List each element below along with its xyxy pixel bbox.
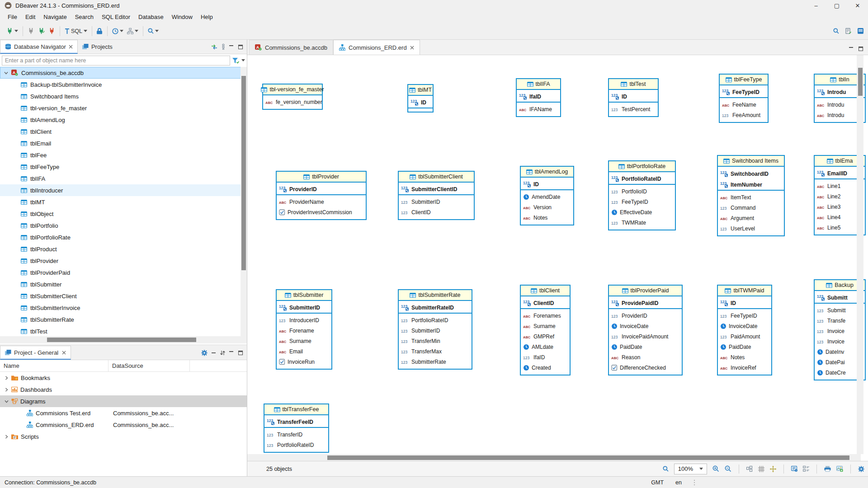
erd-table-tblamendlog[interactable]: tblAmendLog123IDAmendDateABCVersionABCNo… [520,166,574,225]
erd-field-portfoliorateid[interactable]: 123PortfolioRateID [399,315,472,325]
menu-database[interactable]: Database [134,12,168,22]
erd-field-id[interactable]: 123ID [718,298,771,309]
erd-field-surname[interactable]: ABCSurname [277,336,331,346]
erd-table-header[interactable]: tblSubmitter [277,290,331,301]
minus-icon[interactable] [212,351,216,355]
erd-field-portfoliorateid[interactable]: 123PortfolioRateID [264,440,328,450]
erd-table-tblclient[interactable]: tblClient123ClientIDABCForenamesABCSurna… [520,285,571,375]
object-filter-input[interactable] [2,56,230,66]
erd-table-tblsubmitter[interactable]: tblSubmitter123SubmitterID123IntroducerI… [276,289,332,370]
menu-window[interactable]: Window [168,12,197,22]
erd-field-ifaname[interactable]: ABCIFAName [517,104,560,114]
tree-item-tblifa[interactable]: tblIFA [0,173,247,184]
window-blue-icon[interactable] [858,28,863,34]
dropdown-caret-icon[interactable] [84,30,87,33]
tree-item-tblproduct[interactable]: tblProduct [0,243,247,255]
erd-table-header[interactable]: tblProvider [277,172,366,183]
erd-table-tblsubmitterrate[interactable]: tblSubmitterRate123SubmitterRateID123Por… [398,289,472,370]
erd-table-tblfeetype[interactable]: tblFeeType123FeeTypeIDABCFeeName123FeeAm… [719,74,769,123]
erd-table-tbltwmpaid[interactable]: tblTWMPaid123ID123FeeTypeIDInvoiceDate12… [717,285,772,375]
erd-table-tbltransferfee[interactable]: tblTransferFee123TransferFeeID123Transfe… [264,404,329,453]
erd-field-userlevel[interactable]: 123UserLevel [718,223,784,234]
erd-field-switchboardid[interactable]: 123SwitchboardID [718,168,784,179]
erd-field-amldate[interactable]: AMLdate [521,342,570,352]
tree-item-tblprovider[interactable]: tblProvider [0,255,247,267]
network-button[interactable] [125,26,140,36]
erd-field-transfermax[interactable]: 123TransferMax [399,346,472,357]
erd-table-header[interactable]: tblTransferFee [264,404,328,415]
tree-item-commissions-be-accdb[interactable]: ACommissions_be.accdb [0,67,247,79]
erd-table-tbl-version-fe-master[interactable]: tbl-version_fe_masterABCfe_version_numbe… [262,84,323,110]
erd-field-submitterid[interactable]: 123SubmitterID [399,197,474,207]
dropdown-caret-icon[interactable] [120,30,123,33]
erd-table-header[interactable]: Switchboard Items [718,156,784,167]
erd-field-introducerid[interactable]: 123IntroducerID [277,315,331,325]
erd-field-transferfeeid[interactable]: 123TransferFeeID [264,417,328,428]
erd-field-differencechecked[interactable]: DifferenceChecked [609,362,682,373]
erd-table-switchboard-items[interactable]: Switchboard Items123SwitchboardID123Item… [717,155,785,236]
transaction-button[interactable] [110,26,125,36]
filter-dropdown-icon[interactable] [241,59,245,62]
tree-item-switchboard-items[interactable]: Switchboard Items [0,90,247,102]
erd-field-email[interactable]: ABCEmail [277,346,331,357]
project-item-bookmarks[interactable]: Bookmarks [0,372,247,384]
erd-field-ifaid[interactable]: 123IfaID [517,91,560,103]
erd-table-tblprovider[interactable]: tblProvider123ProviderIDABCProviderNameP… [276,171,367,220]
erd-field-amenddate[interactable]: AmendDate [521,192,573,202]
erd-field-submitterclientid[interactable]: 123SubmitterClientID [399,184,474,195]
tree-item-tblclient[interactable]: tblClient [0,126,247,137]
tree-item-tblamendlog[interactable]: tblAmendLog [0,114,247,126]
erd-field-notes[interactable]: ABCNotes [718,352,771,362]
project-item-dashboards[interactable]: Dashboards [0,384,247,395]
project-item-diagrams[interactable]: Diagrams [0,395,247,407]
tree-item-tblmt[interactable]: tblMT [0,196,247,208]
erd-field-invoicedate[interactable]: InvoiceDate [609,321,682,331]
save-image-icon[interactable] [836,466,843,472]
tree-item-tblportfolio[interactable]: tblPortfolio [0,220,247,231]
close-icon[interactable] [69,45,73,49]
erd-table-tbltest[interactable]: tblTest123ID123TestPercent [608,78,659,117]
collapse-all-icon[interactable] [222,44,225,50]
erd-field-submitterrateid[interactable]: 123SubmitterRateID [399,302,472,314]
maximize-icon[interactable] [859,47,863,51]
expander-icon[interactable] [5,435,9,439]
erd-field-portfoliorateid[interactable]: 123PortfolioRateID [609,174,675,185]
tree-item-backup-tblsubmitterinvoice[interactable]: Backup-tblSubmitterInvoice [0,79,247,90]
menu-file[interactable]: File [4,12,21,22]
erd-field-id[interactable]: 123ID [609,91,658,103]
erd-field-itemnumber[interactable]: 123ItemNumber [718,179,784,191]
diagram-list-icon[interactable] [803,466,809,472]
erd-table-tblsubmitterclient[interactable]: tblSubmitterClient123SubmitterClientID12… [398,171,475,220]
erd-table-header[interactable]: tblIFA [517,79,560,90]
maximize-icon[interactable] [238,45,243,49]
minimize-icon[interactable] [849,47,854,51]
language-indicator[interactable]: en [675,479,682,486]
erd-field-transferid[interactable]: 123TransferID [264,429,328,440]
filter-funnel-icon[interactable] [232,58,239,64]
erd-field-version[interactable]: ABCVersion [521,202,573,212]
dropdown-caret-icon[interactable] [14,30,18,33]
close-button[interactable]: ✕ [847,0,868,11]
link-editor-icon[interactable] [211,44,217,50]
erd-table-tblportfoliorate[interactable]: tblPortfolioRate123PortfolioRateID123Por… [608,160,676,230]
editor-tab-commissions-be-accdb[interactable]: ACommissions_be.accdb [249,40,333,55]
expander-icon[interactable] [4,71,8,75]
erd-field-clientid[interactable]: 123ClientID [521,298,570,309]
tree-item-tbl-version-fe-master[interactable]: tbl-version_fe_master [0,102,247,114]
arrange-icon[interactable] [746,466,753,472]
erd-field-providepaidid[interactable]: 123ProvidePaidID [609,298,682,309]
zoom-in-icon[interactable] [712,465,719,472]
minimize-icon[interactable] [229,351,234,355]
menu-help[interactable]: Help [197,12,217,22]
search-icon[interactable] [833,28,839,34]
column-name[interactable]: Name [0,360,108,371]
erd-field-invoicepaidamount[interactable]: 123InvoicePaidAmount [609,331,682,342]
erd-table-header[interactable]: tblTest [609,79,658,90]
erd-field-forename[interactable]: ABCForename [277,325,331,336]
erd-field-clientid[interactable]: 123ClientID [399,207,474,217]
menu-search[interactable]: Search [71,12,98,22]
tab-database-navigator[interactable]: Database Navigator [0,40,78,54]
erd-field-submitterid[interactable]: 123SubmitterID [277,302,331,314]
notebook-icon[interactable] [845,28,851,34]
erd-field-effectivedate[interactable]: EffectiveDate [609,207,675,217]
